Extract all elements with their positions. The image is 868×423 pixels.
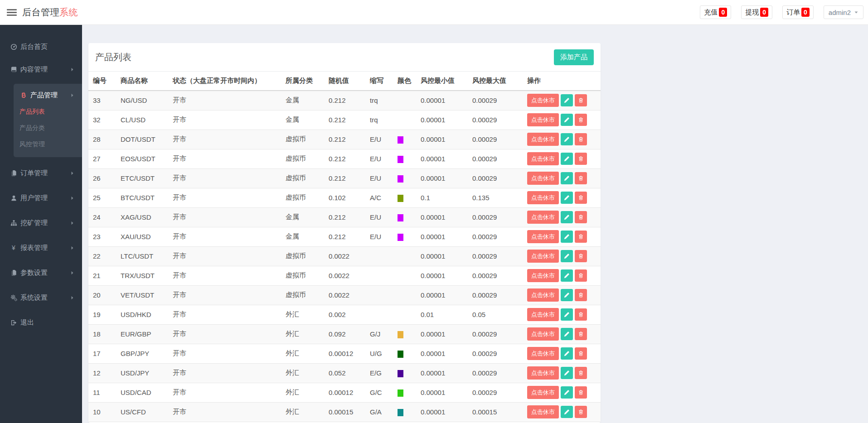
delete-button[interactable]	[575, 367, 587, 379]
delete-button[interactable]	[575, 269, 587, 282]
color-swatch	[398, 409, 403, 416]
sidebar-item-label: 报表管理	[20, 244, 48, 252]
close-market-button[interactable]: 点击休市	[527, 366, 559, 380]
delete-button[interactable]	[575, 133, 587, 145]
edit-button[interactable]	[561, 269, 573, 282]
hamburger-menu-icon[interactable]	[7, 8, 17, 17]
withdraw-button[interactable]: 提现0	[741, 5, 772, 19]
close-market-button[interactable]: 点击休市	[527, 133, 559, 146]
category: 外汇	[281, 383, 324, 402]
edit-button[interactable]	[561, 289, 573, 301]
edit-button[interactable]	[561, 192, 573, 204]
sidebar-item-user[interactable]: 用户管理	[0, 191, 82, 205]
sidebar-item-mining[interactable]: 挖矿管理	[0, 216, 82, 230]
edit-button[interactable]	[561, 133, 573, 145]
close-market-button[interactable]: 点击休市	[527, 386, 559, 399]
color-cell	[393, 402, 416, 422]
delete-button[interactable]	[575, 192, 587, 204]
sidebar-item-product[interactable]: 产品管理	[10, 88, 82, 102]
sidebar-item-logout[interactable]: 退出	[0, 316, 82, 329]
edit-button[interactable]	[561, 347, 573, 360]
delete-button[interactable]	[575, 386, 587, 399]
row-id: 23	[88, 227, 116, 246]
sidebar-subitem-product-category[interactable]: 产品分类	[14, 122, 82, 135]
pencil-icon	[564, 409, 570, 415]
close-market-button[interactable]: 点击休市	[527, 405, 559, 418]
close-market-button[interactable]: 点击休市	[527, 269, 559, 282]
delete-button[interactable]	[575, 231, 587, 243]
close-market-button[interactable]: 点击休市	[527, 113, 559, 126]
close-market-button[interactable]: 点击休市	[527, 327, 559, 341]
user-menu-button[interactable]: admin2	[824, 5, 863, 19]
files-icon	[10, 269, 17, 276]
orders-count-badge: 0	[801, 8, 810, 17]
edit-button[interactable]	[561, 114, 573, 126]
edit-button[interactable]	[561, 211, 573, 223]
delete-button[interactable]	[575, 114, 587, 126]
abbreviation: E/U	[365, 227, 393, 246]
close-market-button[interactable]: 点击休市	[527, 172, 559, 185]
trash-icon	[578, 97, 584, 103]
color-swatch	[398, 136, 403, 144]
trash-icon	[578, 253, 584, 259]
sidebar-item-system[interactable]: 系统设置	[0, 291, 82, 304]
trash-icon	[578, 136, 584, 142]
sidebar-item-dashboard[interactable]: 后台首页	[0, 40, 82, 53]
table-row: 24XAG/USD开市金属0.212E/U0.000010.00029点击休市	[88, 207, 601, 227]
edit-button[interactable]	[561, 386, 573, 399]
sidebar-item-report[interactable]: ¥报表管理	[0, 241, 82, 255]
edit-button[interactable]	[561, 328, 573, 340]
edit-button[interactable]	[561, 308, 573, 321]
orders-button[interactable]: 订单0	[782, 5, 814, 19]
table-row: 12USD/JPY开市外汇0.052E/G0.000010.00029点击休市	[88, 363, 601, 383]
delete-button[interactable]	[575, 308, 587, 321]
risk-min-value: 0.00001	[416, 207, 468, 227]
risk-max-value: 0.00029	[468, 91, 523, 110]
close-market-button[interactable]: 点击休市	[527, 230, 559, 243]
delete-button[interactable]	[575, 153, 587, 165]
sidebar-subitem-product-list[interactable]: 产品列表	[14, 106, 82, 118]
edit-button[interactable]	[561, 250, 573, 262]
sidebar-item-content[interactable]: 内容管理	[0, 62, 82, 76]
delete-button[interactable]	[575, 289, 587, 301]
risk-max-value: 0.00029	[468, 383, 523, 402]
edit-button[interactable]	[561, 231, 573, 243]
table-row: 32CL/USD开市金属0.212trq0.000010.00029点击休市	[88, 110, 601, 130]
close-market-button[interactable]: 点击休市	[527, 94, 559, 107]
row-id: 32	[88, 110, 116, 130]
close-market-button[interactable]: 点击休市	[527, 152, 559, 165]
actions-cell: 点击休市	[523, 149, 601, 168]
chevron-right-icon	[70, 196, 75, 200]
market-status: 开市	[168, 91, 281, 110]
delete-button[interactable]	[575, 250, 587, 262]
random-value: 0.212	[324, 130, 365, 149]
random-value: 0.092	[324, 324, 365, 344]
edit-button[interactable]	[561, 94, 573, 106]
delete-button[interactable]	[575, 328, 587, 340]
abbreviation	[365, 305, 393, 324]
close-market-button[interactable]: 点击休市	[527, 308, 559, 321]
edit-button[interactable]	[561, 153, 573, 165]
delete-button[interactable]	[575, 211, 587, 223]
sidebar-subitem-risk-control[interactable]: 风控管理	[14, 138, 82, 151]
sidebar-item-params[interactable]: 参数设置	[0, 266, 82, 279]
close-market-button[interactable]: 点击休市	[527, 191, 559, 204]
delete-button[interactable]	[575, 347, 587, 360]
add-product-button[interactable]: 添加产品	[554, 49, 594, 65]
column-header-6: 颜色	[393, 72, 416, 91]
edit-button[interactable]	[561, 406, 573, 418]
risk-max-value: 0.00029	[468, 344, 523, 363]
product-name: DOT/USDT	[116, 130, 168, 149]
close-market-button[interactable]: 点击休市	[527, 288, 559, 302]
edit-button[interactable]	[561, 172, 573, 184]
delete-button[interactable]	[575, 94, 587, 106]
recharge-button[interactable]: 充值0	[700, 5, 731, 19]
sidebar-item-order[interactable]: 订单管理	[0, 166, 82, 180]
delete-button[interactable]	[575, 406, 587, 418]
close-market-button[interactable]: 点击休市	[527, 347, 559, 360]
close-market-button[interactable]: 点击休市	[527, 250, 559, 263]
close-market-button[interactable]: 点击休市	[527, 211, 559, 224]
delete-button[interactable]	[575, 172, 587, 184]
edit-button[interactable]	[561, 367, 573, 379]
pencil-icon	[564, 273, 570, 279]
